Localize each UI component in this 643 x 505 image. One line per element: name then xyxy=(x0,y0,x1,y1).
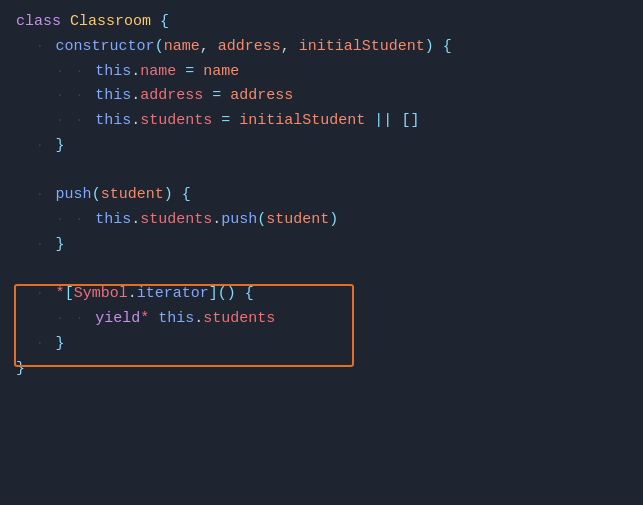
code-line-10: · } xyxy=(16,233,627,258)
code-line-1: class Classroom { xyxy=(16,10,627,35)
code-line-13: · · yield * this . students xyxy=(16,307,627,332)
code-line-14: · } xyxy=(16,332,627,357)
code-line-6: · } xyxy=(16,134,627,159)
this-keyword: this xyxy=(95,60,131,85)
code-line-9: · · this . students . push ( student ) xyxy=(16,208,627,233)
code-line-5: · · this . students = initialStudent || … xyxy=(16,109,627,134)
keyword-class: class xyxy=(16,10,61,35)
code-line-12: · * [ Symbol . iterator ] () { xyxy=(16,282,627,307)
code-line-15: } xyxy=(16,357,627,382)
code-line-4: · · this . address = address xyxy=(16,84,627,109)
constructor-keyword: constructor xyxy=(56,35,155,60)
code-line-2: · constructor ( name , address , initial… xyxy=(16,35,627,60)
class-name-classroom: Classroom xyxy=(70,10,151,35)
code-editor: class Classroom { · constructor ( name ,… xyxy=(0,0,643,505)
code-line-11 xyxy=(16,258,627,283)
code-line-8: · push ( student ) { xyxy=(16,183,627,208)
code-line-3: · · this . name = name xyxy=(16,60,627,85)
code-line-7 xyxy=(16,159,627,184)
